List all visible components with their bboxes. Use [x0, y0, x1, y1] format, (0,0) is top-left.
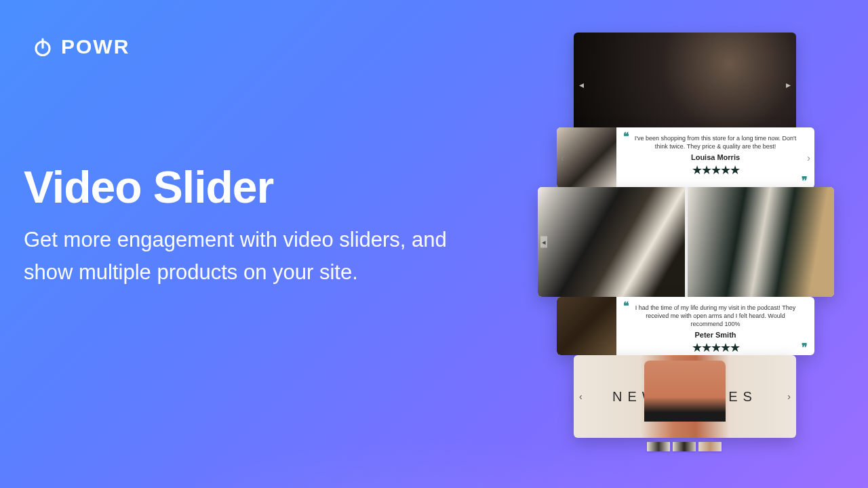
quote-close-icon: ❞ — [802, 174, 808, 187]
thumbnail[interactable] — [698, 442, 722, 451]
slider-card-banner: ‹ NEW VIBES › — [574, 355, 796, 438]
banner-product-image — [644, 361, 726, 422]
testimonial-text: I've been shopping from this store for a… — [626, 131, 805, 150]
page-subtitle: Get more engagement with video sliders, … — [24, 224, 458, 289]
page-title: Video Slider — [24, 161, 458, 213]
thumbnail[interactable] — [647, 442, 670, 451]
testimonial-card-2: ❝ I had the time of my life during my vi… — [557, 297, 814, 355]
prev-arrow-icon[interactable]: ◂ — [540, 237, 547, 248]
powr-icon — [33, 37, 53, 57]
star-rating: ★★★★★ — [626, 163, 805, 178]
thumbnail[interactable] — [673, 442, 696, 451]
product-image-left: ◂ — [538, 187, 685, 297]
brand-logo: POWR — [33, 35, 130, 58]
testimonial-body: ❝ I had the time of my life during my vi… — [616, 297, 814, 355]
testimonial-avatar — [557, 297, 616, 355]
hero-section: Video Slider Get more engagement with vi… — [24, 161, 458, 289]
slider-card-fashion: ◂ — [538, 187, 834, 297]
testimonial-name: Louisa Morris — [626, 153, 805, 161]
testimonial-text: I had the time of my life during my visi… — [626, 301, 805, 328]
slider-card-jewelry: ◂ ▸ — [574, 33, 796, 137]
quote-open-icon: ❝ — [623, 130, 629, 143]
next-arrow-icon[interactable]: › — [787, 391, 791, 402]
prev-arrow-icon[interactable]: ‹ — [561, 152, 564, 163]
testimonial-card-1: ‹ ❝ I've been shopping from this store f… — [557, 127, 814, 188]
prev-arrow-icon[interactable]: ‹ — [579, 391, 583, 402]
testimonial-avatar — [557, 127, 616, 188]
star-rating: ★★★★★ — [626, 340, 805, 355]
testimonial-name: Peter Smith — [626, 331, 805, 339]
thumbnail-strip — [647, 442, 722, 451]
quote-close-icon: ❞ — [802, 341, 808, 354]
brand-name: POWR — [61, 35, 130, 58]
product-image-right — [688, 187, 835, 297]
prev-arrow-icon[interactable]: ◂ — [579, 79, 584, 90]
next-arrow-icon[interactable]: ▸ — [786, 79, 791, 90]
quote-open-icon: ❝ — [623, 300, 629, 312]
next-arrow-icon[interactable]: › — [807, 152, 810, 163]
testimonial-body: ❝ I've been shopping from this store for… — [616, 127, 814, 188]
